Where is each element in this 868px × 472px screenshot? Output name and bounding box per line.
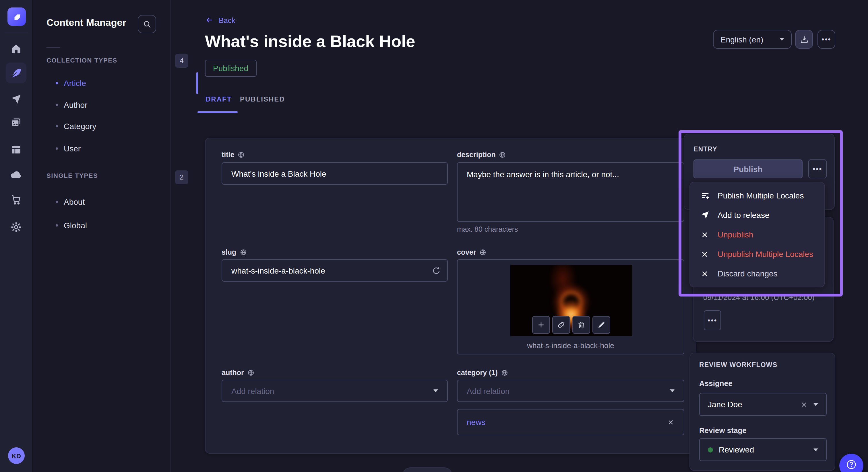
single-types-count-badge: 2 — [175, 170, 188, 184]
bullet-icon — [56, 82, 58, 84]
pencil-icon — [597, 321, 606, 329]
scheduled-date: 09/11/2024 at 16:00 (UTC+02:00) — [703, 293, 815, 302]
main-navbar: KD — [0, 0, 33, 472]
relation-link-news[interactable]: news — [467, 417, 667, 427]
feather-edit-icon[interactable] — [6, 63, 26, 83]
download-button[interactable] — [795, 30, 813, 49]
sidebar-item-user[interactable]: User — [56, 142, 81, 156]
chevron-down-icon — [670, 390, 675, 392]
stage-status-dot — [708, 447, 713, 452]
bullet-icon — [56, 104, 58, 106]
menu-item-unpublish-multiple-locales[interactable]: Unpublish Multiple Locales — [690, 244, 825, 264]
delete-asset-button[interactable] — [572, 316, 590, 334]
plus-icon — [537, 321, 546, 329]
review-stage-label: Review stage — [699, 426, 747, 435]
bullet-icon — [56, 224, 58, 227]
globe-icon — [247, 369, 254, 376]
strapi-logo-icon[interactable] — [7, 7, 26, 26]
arrow-left-icon — [205, 15, 214, 25]
description-field-label: description — [457, 151, 506, 159]
user-avatar[interactable]: KD — [8, 447, 25, 464]
send-icon — [701, 210, 710, 220]
assignee-select[interactable]: Jane Doe — [699, 393, 827, 416]
trash-icon — [577, 321, 586, 329]
bullet-icon — [56, 147, 58, 150]
entry-panel-title: ENTRY — [693, 146, 717, 153]
layout-builder-icon[interactable] — [6, 139, 26, 160]
globe-icon — [240, 249, 247, 256]
ellipsis-icon: ••• — [822, 36, 831, 43]
bullet-icon — [56, 125, 58, 127]
gear-icon[interactable] — [6, 217, 26, 237]
navbar-divider — [5, 33, 28, 33]
assignee-label: Assignee — [699, 379, 733, 388]
entry-form-card: title description Maybe the answer is in… — [205, 138, 696, 453]
section-single-types: SINGLE TYPES — [46, 172, 98, 179]
question-mark-icon — [846, 459, 857, 470]
review-stage-select[interactable]: Reviewed — [699, 438, 827, 461]
sidebar-divider — [46, 47, 60, 47]
cross-icon — [701, 269, 710, 278]
menu-item-publish-multiple-locales[interactable]: Publish Multiple Locales — [690, 186, 825, 205]
globe-icon — [238, 151, 245, 158]
menu-item-add-to-release[interactable]: Add to release — [690, 205, 825, 225]
sidebar-item-author[interactable]: Author — [56, 98, 88, 112]
globe-icon — [479, 249, 487, 256]
sidebar-item-about[interactable]: About — [56, 195, 85, 209]
chevron-down-icon — [813, 403, 818, 406]
sidebar-item-article[interactable]: Article — [56, 76, 86, 90]
sidebar-item-global[interactable]: Global — [56, 218, 87, 232]
search-button[interactable] — [138, 15, 156, 33]
sidebar-item-category[interactable]: Category — [56, 119, 96, 133]
edit-asset-button[interactable] — [592, 316, 610, 334]
copy-link-button[interactable] — [552, 316, 570, 334]
slug-field-label: slug — [222, 248, 247, 256]
entry-actions-menu: Publish Multiple Locales Add to release … — [689, 182, 825, 287]
category-field-label: category (1) — [457, 369, 508, 377]
author-field-label: author — [222, 369, 254, 377]
add-asset-button[interactable] — [532, 316, 550, 334]
entry-more-button[interactable]: ••• — [808, 160, 827, 178]
description-textarea[interactable]: Maybe the answer is in this article, or … — [457, 162, 684, 222]
author-relation-select[interactable]: Add relation — [222, 380, 448, 402]
review-workflows-panel: REVIEW WORKFLOWS Assignee Jane Doe Revie… — [689, 353, 835, 471]
tab-published[interactable]: PUBLISHED — [240, 95, 285, 103]
remove-relation-icon[interactable] — [667, 418, 675, 426]
bullet-icon — [56, 201, 58, 203]
strapi-admin-app: KD Content Manager COLLECTION TYPES 4 Ar… — [0, 0, 868, 472]
review-workflows-title: REVIEW WORKFLOWS — [699, 361, 777, 368]
download-icon — [799, 35, 809, 44]
menu-item-discard-changes[interactable]: Discard changes — [690, 264, 825, 283]
cover-asset-box: what-s-inside-a-black-hole — [457, 259, 684, 355]
title-field-label: title — [222, 151, 245, 159]
cover-filename: what-s-inside-a-black-hole — [458, 341, 684, 350]
tab-draft[interactable]: DRAFT — [206, 95, 231, 103]
page-title: What's inside a Black Hole — [205, 32, 415, 51]
sidebar-title: Content Manager — [46, 17, 126, 29]
back-link[interactable]: Back — [205, 15, 236, 25]
chevron-down-icon — [780, 38, 784, 41]
menu-item-unpublish[interactable]: Unpublish — [690, 225, 825, 244]
publish-button[interactable]: Publish — [693, 160, 803, 178]
locale-select[interactable]: English (en) — [713, 30, 792, 49]
home-icon[interactable] — [6, 38, 26, 59]
help-button[interactable] — [839, 453, 863, 472]
category-relation-select[interactable]: Add relation — [457, 380, 684, 402]
status-badge: Published — [205, 60, 256, 77]
regenerate-slug-icon[interactable] — [432, 266, 441, 275]
cloud-icon[interactable] — [6, 164, 26, 185]
slug-input[interactable] — [222, 259, 448, 281]
clear-assignee-icon[interactable] — [800, 401, 808, 408]
globe-icon — [501, 369, 508, 376]
active-item-indicator — [196, 72, 198, 94]
link-icon — [557, 321, 565, 329]
title-input[interactable] — [222, 162, 448, 185]
cross-icon — [701, 230, 710, 239]
media-pictures-icon[interactable] — [6, 112, 26, 133]
release-more-button[interactable]: ••• — [704, 310, 721, 330]
description-helper: max. 80 characters — [457, 225, 518, 233]
header-more-button[interactable]: ••• — [817, 30, 835, 49]
search-icon — [142, 19, 152, 29]
send-icon[interactable] — [6, 89, 26, 109]
cart-icon[interactable] — [6, 189, 26, 210]
